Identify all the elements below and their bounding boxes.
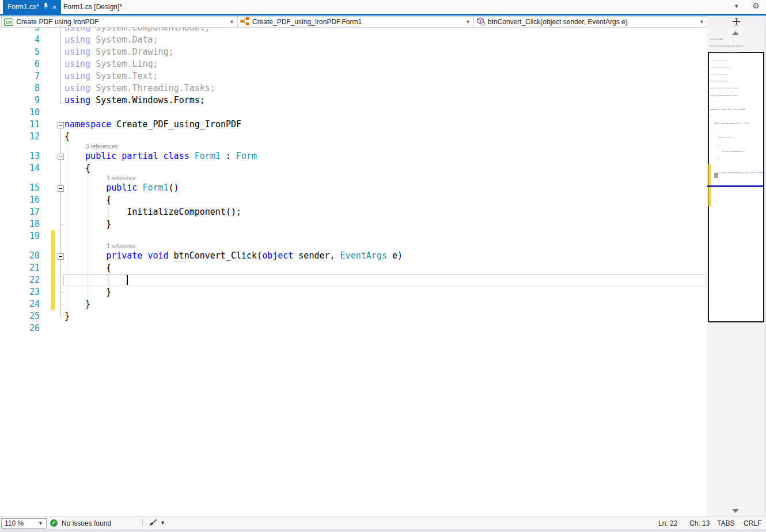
code-line-4[interactable]: using System.Data;: [65, 34, 158, 46]
line-number-16[interactable]: 16: [0, 194, 40, 206]
line-number-13[interactable]: 13: [0, 150, 40, 162]
close-icon[interactable]: ×: [52, 3, 57, 11]
minimap-token: using: [710, 66, 716, 68]
minimap-token: System.Threading.Tasks;: [716, 87, 741, 89]
code-line-6[interactable]: using System.Linq;: [65, 58, 158, 70]
code-line-21[interactable]: {: [106, 262, 111, 274]
line-number-12[interactable]: 12: [0, 131, 40, 143]
minimap-token: System.Drawing;: [716, 66, 732, 68]
code-line-23[interactable]: }: [106, 286, 111, 298]
minimap-row-16: {: [718, 143, 719, 145]
codelens-line-20[interactable]: 1 reference: [107, 242, 136, 250]
code-line-8[interactable]: using System.Threading.Tasks;: [65, 82, 215, 94]
minimap-token: namespace: [710, 108, 721, 111]
codelens-line-15[interactable]: 1 reference: [107, 174, 136, 182]
line-number-7[interactable]: 7: [0, 70, 40, 82]
code-line-15[interactable]: public Form1(): [106, 182, 179, 194]
code-line-7[interactable]: using System.Text;: [65, 70, 158, 82]
pin-icon[interactable]: [43, 3, 48, 11]
code-token: sender,: [293, 250, 340, 261]
scroll-up-icon[interactable]: [732, 31, 739, 35]
editor-split-handle[interactable]: [707, 16, 766, 28]
minimap-token: object: [749, 171, 756, 173]
gear-icon[interactable]: ⚙: [752, 1, 760, 10]
code-line-20[interactable]: private void btnConvert_Click(object sen…: [106, 250, 403, 262]
type-dropdown[interactable]: Create_PDF_using_IronPDF.Form1 ▼: [237, 16, 475, 28]
chevron-down-icon[interactable]: ▾: [735, 2, 738, 10]
code-line-3[interactable]: using System.ComponentModel;: [65, 28, 210, 34]
code-token: object: [262, 250, 293, 261]
code-token: (): [169, 183, 179, 193]
line-number-5[interactable]: 5: [0, 46, 40, 58]
scroll-down-icon[interactable]: [732, 509, 739, 513]
line-number-21[interactable]: 21: [0, 262, 40, 274]
minimap-viewport[interactable]: [708, 52, 764, 322]
line-number-9[interactable]: 9: [0, 94, 40, 107]
code-line-13[interactable]: public partial class Form1 : Form: [85, 150, 257, 162]
code-line-14[interactable]: {: [85, 162, 90, 174]
code-line-9[interactable]: using System.Windows.Forms;: [65, 94, 205, 107]
code-token: Create_PDF_using_IronPDF: [116, 119, 241, 130]
minimap-token: Form1: [726, 136, 731, 138]
fold-toggle-line-20[interactable]: [58, 253, 64, 260]
zoom-level: 110 %: [5, 519, 24, 527]
code-line-24[interactable]: }: [85, 298, 90, 310]
code-line-25[interactable]: }: [65, 310, 70, 322]
line-number-8[interactable]: 8: [0, 82, 40, 94]
code-line-16[interactable]: {: [106, 194, 111, 206]
line-number-4[interactable]: 4: [0, 34, 40, 46]
line-number-22[interactable]: 22: [0, 274, 40, 286]
line-number-18[interactable]: 18: [0, 218, 40, 230]
minimap-token: using: [710, 52, 716, 54]
line-number-26[interactable]: 26: [0, 322, 40, 335]
member-dropdown[interactable]: btnConvert_Click(object sender, EventArg…: [473, 16, 708, 28]
fold-toggle-line-11[interactable]: [58, 122, 64, 128]
code-cleanup-icon[interactable]: [148, 519, 158, 529]
code-token: {: [85, 163, 90, 173]
line-number-23[interactable]: 23: [0, 286, 40, 298]
code-token: System.Drawing;: [96, 47, 173, 57]
line-number-11[interactable]: 11: [0, 119, 40, 131]
code-line-11[interactable]: namespace Create_PDF_using_IronPDF: [65, 119, 241, 131]
line-number-15[interactable]: 15: [0, 182, 40, 194]
minimap-scrollbar[interactable]: using System;using System.Collections.Ge…: [707, 28, 766, 516]
line-number-14[interactable]: 14: [0, 162, 40, 174]
code-line-12[interactable]: {: [65, 131, 70, 143]
code-line-18[interactable]: }: [106, 218, 111, 230]
line-number-20[interactable]: 20: [0, 250, 40, 262]
zoom-dropdown[interactable]: 110 % ▼: [1, 518, 47, 529]
line-number-6[interactable]: 6: [0, 58, 40, 70]
codelens-line-13[interactable]: 3 references: [86, 143, 118, 150]
line-number-24[interactable]: 24: [0, 298, 40, 310]
code-token: :: [221, 151, 236, 161]
fold-toggle-line-13[interactable]: [58, 154, 64, 160]
code-cleanup-arrow-icon[interactable]: ▼: [160, 520, 165, 526]
code-editor[interactable]: 3using System.ComponentModel;4using Syst…: [0, 28, 706, 516]
minimap-row-14: {: [714, 130, 715, 131]
issues-status[interactable]: No issues found: [62, 519, 111, 527]
outline-margin-line: [60, 28, 61, 104]
code-token: Form: [236, 151, 257, 161]
fold-toggle-line-15[interactable]: [58, 185, 64, 192]
line-number-25[interactable]: 25: [0, 310, 40, 322]
code-token: public: [106, 183, 142, 193]
issues-ok-icon[interactable]: ✓: [50, 519, 58, 527]
modified-line-indicator: [51, 274, 55, 286]
minimap-token: InitializeComponent();: [722, 150, 745, 153]
line-number-17[interactable]: 17: [0, 206, 40, 218]
code-line-17[interactable]: InitializeComponent();: [127, 206, 241, 218]
line-number-10[interactable]: 10: [0, 107, 40, 119]
minimap-token: {: [718, 178, 719, 181]
project-dropdown[interactable]: C# Create PDF using IronPDF ▼: [1, 16, 238, 28]
code-line-5[interactable]: using System.Drawing;: [65, 46, 174, 58]
line-number-3[interactable]: 3: [0, 28, 40, 34]
tab-form1-cs-design[interactable]: Form1.cs [Design]*: [60, 0, 129, 14]
minimap-token: System.Linq;: [716, 73, 729, 75]
code-token: using: [65, 47, 96, 57]
minimap-token: System.Collections.Generic;: [716, 45, 745, 47]
line-number-19[interactable]: 19: [0, 230, 40, 242]
dropdown-arrow-icon: ▼: [38, 520, 46, 526]
minimap-token: System.Text;: [716, 80, 729, 82]
tab-form1-cs[interactable]: Form1.cs* ×: [3, 0, 61, 14]
minimap-row-15: public Form1(): [718, 136, 733, 138]
